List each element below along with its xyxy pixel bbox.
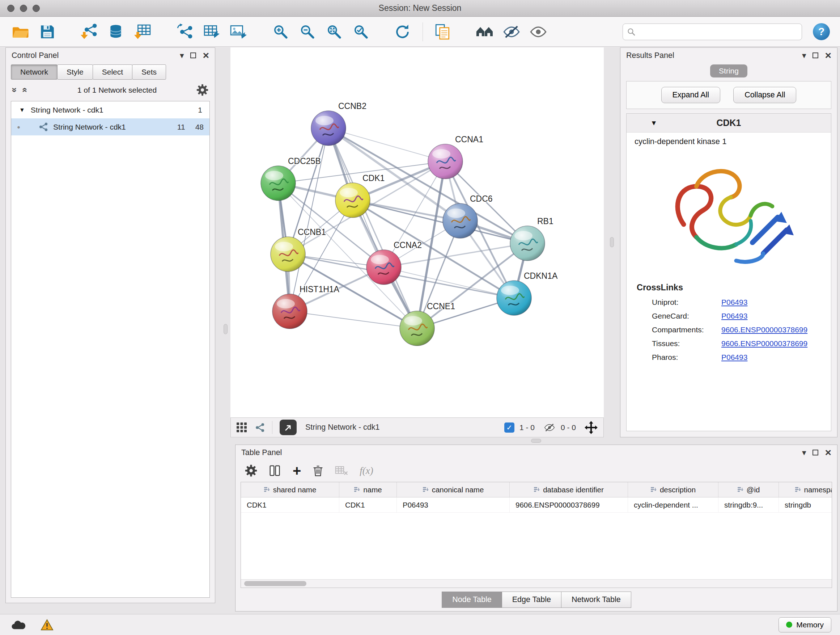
open-view-button[interactable] bbox=[279, 420, 297, 435]
panel-close-icon[interactable]: × bbox=[825, 50, 831, 61]
open-session-button[interactable] bbox=[10, 20, 31, 43]
show-selected-button[interactable] bbox=[528, 20, 549, 43]
expand-all-button[interactable]: Expand All bbox=[661, 87, 721, 103]
tab-sets[interactable]: Sets bbox=[132, 65, 166, 80]
crosslink-link[interactable]: P06493 bbox=[722, 353, 747, 362]
network-node-CDC6[interactable] bbox=[443, 203, 477, 238]
zoom-out-button[interactable] bbox=[297, 20, 317, 43]
sort-icon bbox=[354, 486, 360, 494]
delete-column-trash-button[interactable] bbox=[313, 464, 324, 477]
protein-header[interactable]: ▼ CDK1 bbox=[627, 114, 831, 133]
hide-selected-button[interactable] bbox=[501, 20, 522, 43]
network-edge[interactable] bbox=[290, 128, 328, 311]
network-small-icon[interactable] bbox=[255, 423, 265, 432]
tab-style[interactable]: Style bbox=[57, 65, 93, 80]
select-columns-button[interactable] bbox=[269, 465, 281, 477]
column-header-description[interactable]: description bbox=[628, 482, 718, 497]
titlebar[interactable]: Session: New Session bbox=[0, 0, 840, 17]
panel-collapse-icon[interactable]: ▾ bbox=[180, 51, 184, 60]
column-header-canonical-name[interactable]: canonical name bbox=[397, 482, 510, 497]
network-edge[interactable] bbox=[290, 311, 417, 328]
network-node-CDC25B[interactable] bbox=[261, 166, 295, 201]
splitter-handle[interactable] bbox=[531, 439, 541, 443]
network-view-title: String Network - cdk1 bbox=[305, 423, 380, 432]
export-image-button[interactable] bbox=[228, 20, 249, 43]
network-node-HIST1H1A[interactable] bbox=[272, 294, 307, 329]
minimize-window-button[interactable] bbox=[20, 5, 27, 12]
crosslink-link[interactable]: 9606.ENSP00000378699 bbox=[722, 339, 807, 348]
add-column-button[interactable]: + bbox=[293, 466, 301, 476]
network-edge[interactable] bbox=[328, 128, 445, 162]
search-input[interactable] bbox=[638, 27, 797, 36]
crosslink-link[interactable]: P06493 bbox=[722, 312, 747, 320]
zoom-fit-button[interactable] bbox=[324, 20, 344, 43]
column-header-name[interactable]: name bbox=[339, 482, 397, 497]
network-node-CCNA2[interactable] bbox=[366, 250, 401, 285]
network-node-CDKN1A[interactable] bbox=[497, 280, 531, 315]
birds-eye-view-icon[interactable] bbox=[237, 423, 248, 432]
network-canvas[interactable]: CCNB2CCNA1CDC25BCDK1CDC6RB1CCNB1CCNA2CDK… bbox=[231, 48, 604, 417]
tab-node-table[interactable]: Node Table bbox=[442, 592, 502, 608]
section-expander-icon[interactable]: ▼ bbox=[651, 119, 657, 127]
network-collection-row[interactable]: ▼ String Network - cdk1 1 bbox=[11, 101, 210, 119]
memory-button[interactable]: Memory bbox=[778, 617, 831, 632]
warnings-button[interactable] bbox=[38, 619, 56, 631]
scrollbar-thumb[interactable] bbox=[244, 581, 306, 586]
panel-close-icon[interactable]: × bbox=[825, 447, 831, 458]
protein-description: cyclin-dependent kinase 1 bbox=[627, 133, 831, 148]
network-node-CCNB2[interactable] bbox=[311, 111, 346, 146]
network-node-RB1[interactable] bbox=[510, 226, 545, 261]
sort-icon bbox=[795, 486, 801, 494]
network-row-selected[interactable]: ● String Network - cdk1 11 48 bbox=[11, 119, 210, 135]
table-settings-gear-button[interactable] bbox=[245, 464, 257, 477]
import-network-database-button[interactable] bbox=[106, 20, 126, 43]
help-button[interactable]: ? bbox=[813, 23, 830, 40]
show-all-networks-button[interactable] bbox=[474, 20, 495, 43]
panel-float-icon[interactable] bbox=[813, 450, 818, 455]
tree-expander-icon[interactable]: ▼ bbox=[19, 107, 25, 113]
network-node-CCNA1[interactable] bbox=[428, 144, 463, 179]
import-network-file-button[interactable] bbox=[79, 20, 100, 43]
splitter-handle[interactable] bbox=[224, 324, 227, 334]
table-row[interactable]: CDK1CDK1P064939606.ENSP00000378699cyclin… bbox=[241, 497, 832, 513]
network-node-CCNE1[interactable] bbox=[400, 311, 434, 346]
tab-edge-table[interactable]: Edge Table bbox=[502, 592, 561, 608]
move-crosshair-icon[interactable] bbox=[584, 421, 598, 434]
zoom-selected-button[interactable] bbox=[350, 20, 371, 43]
panel-close-icon[interactable]: × bbox=[202, 50, 209, 61]
cloud-status-button[interactable] bbox=[9, 619, 27, 631]
new-table-button[interactable] bbox=[201, 20, 222, 43]
panel-collapse-icon[interactable]: ▾ bbox=[802, 448, 806, 457]
crosslink-link[interactable]: P06493 bbox=[722, 298, 747, 307]
panel-float-icon[interactable] bbox=[190, 52, 196, 58]
collapse-all-button[interactable]: Collapse All bbox=[733, 87, 796, 103]
tab-string[interactable]: String bbox=[710, 65, 747, 78]
network-node-CDK1[interactable] bbox=[335, 183, 370, 218]
collapse-all-icon[interactable]: » bbox=[9, 88, 20, 93]
close-window-button[interactable] bbox=[7, 5, 14, 12]
tab-network[interactable]: Network bbox=[11, 65, 57, 80]
column-header-namespace[interactable]: namespace bbox=[779, 482, 832, 497]
window-controls bbox=[7, 0, 40, 17]
refresh-view-button[interactable] bbox=[392, 20, 413, 43]
column-header--id[interactable]: @id bbox=[718, 482, 779, 497]
new-network-button[interactable] bbox=[174, 20, 195, 43]
save-session-button[interactable] bbox=[37, 20, 58, 43]
splitter-handle[interactable] bbox=[610, 237, 614, 247]
horizontal-scrollbar[interactable] bbox=[241, 579, 832, 587]
network-options-gear-button[interactable] bbox=[196, 84, 208, 96]
tab-select[interactable]: Select bbox=[93, 65, 133, 80]
zoom-window-button[interactable] bbox=[33, 5, 40, 12]
panel-collapse-icon[interactable]: ▾ bbox=[802, 51, 806, 60]
column-header-shared-name[interactable]: shared name bbox=[241, 482, 339, 497]
expand-all-icon[interactable]: » bbox=[19, 88, 29, 93]
network-node-CCNB1[interactable] bbox=[271, 237, 305, 272]
import-table-file-button[interactable] bbox=[133, 20, 153, 43]
zoom-in-button[interactable] bbox=[270, 20, 291, 43]
tab-network-table[interactable]: Network Table bbox=[561, 592, 631, 608]
copy-document-button[interactable] bbox=[432, 20, 453, 43]
column-header-database-identifier[interactable]: database identifier bbox=[510, 482, 628, 497]
panel-float-icon[interactable] bbox=[813, 52, 818, 58]
crosslink-link[interactable]: 9606.ENSP00000378699 bbox=[722, 325, 807, 334]
network-edge[interactable] bbox=[384, 267, 514, 298]
